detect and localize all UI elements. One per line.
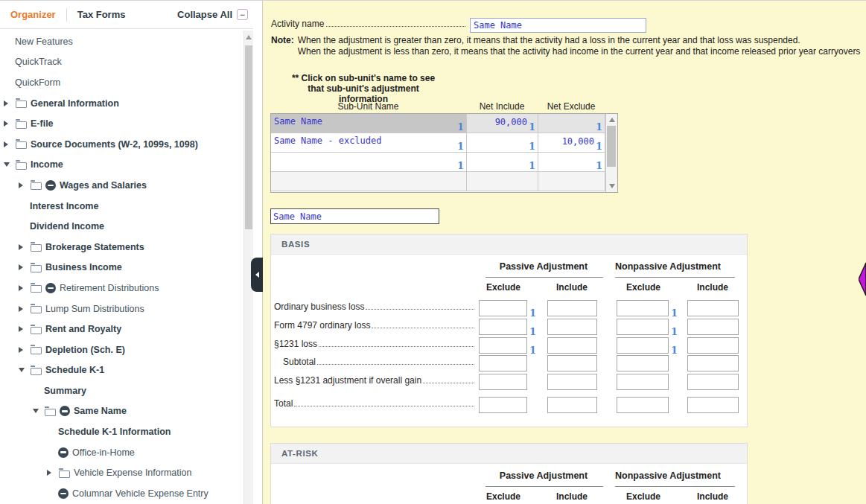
collapse-arrow-icon[interactable] (4, 162, 15, 167)
basis-form-4797-ordinary-loss-passive-exclude-input[interactable] (479, 319, 527, 335)
sidebar-item-office-in-home[interactable]: Office-in-Home (0, 442, 243, 463)
expand-arrow-icon[interactable] (19, 306, 30, 312)
sidebar-item-label: Income (31, 159, 63, 170)
scrollbar-thumb[interactable] (245, 45, 252, 229)
sidebar-item-source-documents-w-2-1099s-1098[interactable]: Source Documents (W-2, 1099s, 1098) (0, 134, 243, 155)
collapse-arrow-icon[interactable] (33, 409, 44, 413)
row-label-text: Total (274, 398, 293, 409)
table-scrollbar[interactable] (605, 114, 617, 192)
expand-arrow-icon[interactable] (4, 101, 15, 106)
sidebar-item-wages-and-salaries[interactable]: Wages and Salaries (0, 175, 243, 196)
basis-ordinary-business-loss-nonpassive-exclude-input[interactable] (617, 300, 669, 316)
basis-form-4797-ordinary-loss-passive-include-input[interactable] (547, 319, 597, 335)
sidebar-item-vehicle-expense-information[interactable]: Vehicle Expense Information (0, 462, 243, 483)
basis-subtotal-passive-exclude-input[interactable] (479, 355, 527, 371)
net-exclude-cell[interactable] (538, 172, 605, 191)
group-underline (615, 486, 735, 487)
sidebar-item-interest-income[interactable]: Interest Income (0, 196, 243, 217)
activity-name-input[interactable] (470, 18, 646, 33)
basis-ordinary-business-loss-nonpassive-include-input[interactable] (687, 300, 739, 316)
passive-adjustment-header: Passive Adjustment (500, 470, 588, 481)
scroll-up-arrow-icon[interactable] (246, 35, 252, 39)
net-include-cell[interactable]: 1 (467, 133, 538, 153)
basis-total-passive-exclude-input[interactable] (479, 397, 527, 413)
tab-tax-forms[interactable]: Tax Forms (77, 9, 126, 20)
panel-expand-handle[interactable] (859, 262, 866, 296)
sidebar-item-retirement-distributions[interactable]: Retirement Distributions (0, 278, 243, 299)
sidebar-item-summary[interactable]: Summary (0, 380, 243, 401)
row-label-text: Less §1231 adjustment if overall gain (274, 375, 421, 386)
subunit-name-cell[interactable]: Same Name - excluded1 (271, 133, 467, 153)
basis-less-1231-adjustment-if-overall-gain-passive-exclude-input[interactable] (479, 374, 527, 390)
expand-arrow-icon[interactable] (4, 141, 15, 147)
sidebar-item-general-information[interactable]: General Information (0, 93, 243, 114)
sidebar-item-schedule-k-1-information[interactable]: Schedule K-1 Information (0, 421, 243, 442)
expand-arrow-icon[interactable] (19, 182, 30, 188)
sidebar-item-same-name[interactable]: Same Name (0, 401, 243, 422)
basis-form-4797-ordinary-loss-nonpassive-include-input[interactable] (687, 319, 739, 335)
expand-arrow-icon[interactable] (19, 326, 30, 332)
tab-organizer[interactable]: Organizer (10, 9, 56, 20)
dotted-leader (294, 406, 474, 406)
folder-icon (16, 101, 27, 108)
basis-less-1231-adjustment-if-overall-gain-nonpassive-exclude-input[interactable] (617, 374, 669, 390)
basis-total-nonpassive-include-input[interactable] (687, 397, 739, 413)
sidebar-item-business-income[interactable]: Business Income (0, 258, 243, 278)
net-exclude-cell[interactable]: 1 (538, 114, 605, 133)
basis-subtotal-nonpassive-include-input[interactable] (687, 355, 739, 371)
basis-subtotal-passive-include-input[interactable] (547, 355, 597, 371)
net-include-cell[interactable]: 1 (467, 153, 538, 172)
scrollbar-thumb[interactable] (607, 126, 616, 167)
basis-form-4797-ordinary-loss-nonpassive-exclude-input[interactable] (617, 319, 669, 335)
basis-ordinary-business-loss-passive-include-input[interactable] (547, 300, 597, 316)
basis-total-passive-include-input[interactable] (547, 397, 597, 413)
basis-1231-loss-nonpassive-include-input[interactable] (687, 337, 739, 354)
net-exclude-cell[interactable]: 10,0001 (538, 133, 605, 153)
sidebar-item-lump-sum-distributions[interactable]: Lump Sum Distributions (0, 299, 243, 319)
sidebar-header: Organizer Tax Forms Collapse All − (0, 1, 253, 29)
net-include-cell[interactable] (467, 172, 538, 191)
activity-name-input-secondary[interactable] (270, 208, 439, 224)
sidebar-item-schedule-k-1[interactable]: Schedule K-1 (0, 360, 243, 381)
sidebar-item-columnar-vehicle-expense-entry[interactable]: Columnar Vehicle Expense Entry (0, 483, 243, 504)
sidebar-item-income[interactable]: Income (0, 155, 243, 176)
basis-total-nonpassive-exclude-input[interactable] (617, 397, 669, 413)
sidebar-item-new-features[interactable]: New Features (0, 31, 243, 52)
net-exclude-cell[interactable]: 1 (538, 153, 605, 172)
basis-1231-loss-passive-include-input[interactable] (547, 337, 597, 354)
row-label: Subtotal (274, 357, 475, 367)
sidebar-item-quicktrack[interactable]: QuickTrack (0, 52, 243, 73)
sidebar-collapse-handle[interactable] (251, 258, 263, 292)
subunit-name-cell[interactable]: 1 (271, 153, 467, 172)
expand-arrow-icon[interactable] (19, 347, 30, 353)
scroll-down-arrow-icon[interactable] (609, 184, 615, 188)
sidebar-item-e-file[interactable]: E-file (0, 113, 243, 134)
subunit-table-headers: Sub-Unit Name Net Include Net Exclude (270, 101, 605, 112)
expand-arrow-icon[interactable] (19, 264, 30, 270)
basis-1231-loss-nonpassive-exclude-input[interactable] (617, 337, 669, 354)
basis-less-1231-adjustment-if-overall-gain-nonpassive-include-input[interactable] (687, 374, 739, 390)
basis-less-1231-adjustment-if-overall-gain-passive-include-input[interactable] (547, 374, 597, 390)
row-label: §1231 loss (274, 339, 475, 349)
expand-arrow-icon[interactable] (4, 121, 15, 127)
expand-arrow-icon[interactable] (19, 285, 30, 291)
expand-arrow-icon[interactable] (47, 470, 58, 476)
sidebar-item-rent-and-royalty[interactable]: Rent and Royalty (0, 319, 243, 339)
sidebar-item-quickform[interactable]: QuickForm (0, 72, 243, 93)
subunit-table-row: 111 (271, 153, 605, 172)
sidebar-item-depletion-sch-e[interactable]: Depletion (Sch. E) (0, 339, 243, 360)
subunit-name-cell[interactable] (271, 172, 467, 191)
sidebar-item-dividend-income[interactable]: Dividend Income (0, 216, 243, 237)
basis-subtotal-nonpassive-exclude-input[interactable] (617, 355, 669, 371)
row-label: Ordinary business loss (274, 302, 475, 312)
net-include-cell[interactable]: 90,0001 (467, 114, 538, 133)
basis-ordinary-business-loss-passive-exclude-input[interactable] (479, 300, 527, 316)
basis-1231-loss-passive-exclude-input[interactable] (479, 337, 527, 354)
collapse-all-button[interactable]: Collapse All − (177, 9, 248, 20)
expand-arrow-icon[interactable] (19, 244, 30, 250)
collapse-arrow-icon[interactable] (19, 368, 30, 372)
sidebar-item-label: Source Documents (W-2, 1099s, 1098) (31, 139, 198, 150)
subunit-name-cell[interactable]: Same Name1 (271, 114, 467, 133)
scroll-up-arrow-icon[interactable] (609, 118, 615, 122)
sidebar-item-brokerage-statements[interactable]: Brokerage Statements (0, 237, 243, 258)
